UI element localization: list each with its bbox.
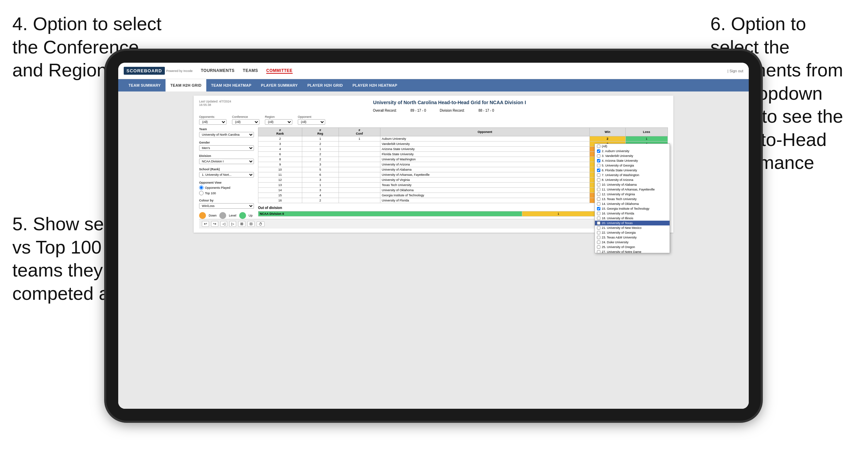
cell-opponent: University of Washington: [380, 157, 589, 162]
dropdown-item[interactable]: 25. University of Oregon: [595, 245, 670, 249]
left-panel: Team University of North Carolina Gender…: [199, 127, 254, 219]
school-select[interactable]: 1. University of Nort...: [199, 172, 254, 177]
school-section: School (Rank) 1. University of Nort...: [199, 168, 254, 177]
tab-player-h2h-heatmap[interactable]: PLAYER H2H HEATMAP: [348, 79, 402, 91]
cell-opponent: Arizona State University: [380, 147, 589, 152]
cell-rank: 6: [258, 152, 302, 157]
dropdown-item[interactable]: 14. University of Oklahoma: [595, 201, 670, 206]
dropdown-item[interactable]: 12. University of Virginia: [595, 192, 670, 197]
cell-reg: 3: [302, 188, 339, 193]
dropdown-item[interactable]: 21. University of New Mexico: [595, 225, 670, 230]
nav-signout[interactable]: | Sign out: [728, 69, 743, 73]
team-select[interactable]: University of North Carolina: [199, 132, 254, 137]
toolbar-undo[interactable]: ↩: [202, 221, 209, 227]
opponent-dropdown[interactable]: (All) 2. Auburn University 3. Vanderbilt…: [595, 144, 670, 253]
nav-committee[interactable]: COMMITTEE: [266, 68, 293, 74]
opponent-filter-label: Opponent: [298, 115, 325, 119]
out-div-win: 1: [522, 211, 595, 217]
cell-conf: [339, 142, 380, 147]
dropdown-item[interactable]: 24. Duke University: [595, 240, 670, 245]
dropdown-item[interactable]: 7. University of Washington: [595, 173, 670, 177]
cell-opponent: University of Arizona: [380, 162, 589, 167]
cell-rank: 8: [258, 157, 302, 162]
col-loss: Loss: [625, 128, 668, 136]
cell-reg: 2: [302, 152, 339, 157]
cell-conf: [339, 172, 380, 177]
dropdown-item[interactable]: (All): [595, 144, 670, 149]
radio-top100[interactable]: Top 100: [199, 191, 254, 195]
dropdown-item[interactable]: 10. University of Alabama: [595, 182, 670, 187]
dropdown-item[interactable]: 27. University of Notre Dame: [595, 249, 670, 253]
legend-down-label: Down: [209, 214, 217, 217]
cell-rank: 2: [258, 136, 302, 142]
colour-select[interactable]: Win/Loss: [199, 203, 254, 209]
toolbar-paste[interactable]: ⊟: [247, 221, 255, 227]
legend-up-label: Up: [249, 214, 253, 217]
radio-opponents-played[interactable]: Opponents Played: [199, 185, 254, 190]
dropdown-item[interactable]: 18. University of Illinois: [595, 216, 670, 221]
dropdown-item[interactable]: 11. University of Arkansas, Fayetteville: [595, 187, 670, 192]
opponent-view-section: Opponent View Opponents Played Top 100: [199, 181, 254, 195]
filter-conference: Conference (All): [232, 115, 259, 125]
logo: SCOREBOARD: [124, 67, 165, 75]
tab-player-summary[interactable]: PLAYER SUMMARY: [256, 79, 303, 91]
region-select[interactable]: (All): [265, 119, 292, 125]
division-select[interactable]: NCAA Division I: [199, 159, 254, 164]
dropdown-item[interactable]: 3. Vanderbilt University: [595, 153, 670, 158]
nav-tournaments[interactable]: TOURNAMENTS: [201, 68, 235, 74]
dropdown-item[interactable]: 23. Texas A&M University: [595, 235, 670, 240]
filter-opponents: Opponents: (All): [199, 115, 227, 125]
conference-select[interactable]: (All): [232, 119, 259, 125]
division-section: Division NCAA Division I: [199, 154, 254, 164]
tab-team-h2h-grid[interactable]: TEAM H2H GRID: [166, 79, 206, 91]
cell-opponent: University of Arkansas, Fayetteville: [380, 172, 589, 177]
school-label: School (Rank): [199, 168, 254, 171]
logo-area: SCOREBOARD Powered by Incode: [124, 67, 193, 75]
cell-conf: [339, 162, 380, 167]
dropdown-item[interactable]: 2. Auburn University: [595, 149, 670, 153]
colour-section: Colour by Win/Loss: [199, 199, 254, 209]
region-filter-label: Region: [265, 115, 292, 119]
gender-select[interactable]: Men's: [199, 145, 254, 151]
dropdown-item[interactable]: 20. University of Texas: [595, 221, 670, 225]
cell-rank: 4: [258, 147, 302, 152]
dropdown-item[interactable]: 5. University of Georgia: [595, 163, 670, 168]
subnav: TEAM SUMMARY TEAM H2H GRID TEAM H2H HEAT…: [118, 79, 749, 91]
cell-rank: 15: [258, 193, 302, 198]
dropdown-item[interactable]: 6. Florida State University: [595, 168, 670, 173]
report-title: University of North Carolina Head-to-Hea…: [231, 100, 668, 105]
cell-opponent: University of Florida: [380, 198, 589, 203]
colour-label: Colour by: [199, 199, 254, 202]
toolbar-clock[interactable]: ⏱: [257, 221, 265, 227]
toolbar-redo[interactable]: ↪: [211, 221, 218, 227]
cell-rank: 10: [258, 167, 302, 172]
dropdown-item[interactable]: 4. Arizona State University: [595, 158, 670, 163]
dropdown-item[interactable]: 16. University of Florida: [595, 211, 670, 216]
cell-rank: 16: [258, 198, 302, 203]
cell-conf: [339, 167, 380, 172]
toolbar-back[interactable]: ◁: [220, 221, 227, 227]
toolbar-copy[interactable]: ⊞: [238, 221, 245, 227]
tab-team-summary[interactable]: TEAM SUMMARY: [124, 79, 166, 91]
tab-team-h2h-heatmap[interactable]: TEAM H2H HEATMAP: [206, 79, 256, 91]
dropdown-item[interactable]: 8. University of Arizona: [595, 177, 670, 182]
opponent-select[interactable]: (All): [298, 119, 325, 125]
cell-conf: [339, 177, 380, 183]
dropdown-item[interactable]: 22. University of Georgia: [595, 230, 670, 235]
dropdown-item[interactable]: 13. Texas Tech University: [595, 197, 670, 201]
cell-conf: [339, 193, 380, 198]
tab-player-h2h-grid[interactable]: PLAYER H2H GRID: [303, 79, 348, 91]
navbar: SCOREBOARD Powered by Incode TOURNAMENTS…: [118, 63, 749, 79]
tablet-frame: SCOREBOARD Powered by Incode TOURNAMENTS…: [106, 51, 761, 421]
toolbar-forward[interactable]: ▷: [229, 221, 236, 227]
report-records: Overall Record: 89 - 17 - 0 Division Rec…: [199, 109, 668, 112]
division-record-value: 88 - 17 - 0: [478, 109, 494, 112]
opponents-filter-label: Opponents:: [199, 115, 227, 119]
cell-reg: 2: [302, 157, 339, 162]
cell-loss: 1: [625, 136, 668, 142]
opponents-select[interactable]: (All): [199, 119, 227, 125]
gender-label: Gender: [199, 141, 254, 144]
nav-teams[interactable]: TEAMS: [243, 68, 258, 74]
dropdown-item[interactable]: 15. Georgia Institute of Technology: [595, 206, 670, 211]
cell-conf: 1: [339, 136, 380, 142]
